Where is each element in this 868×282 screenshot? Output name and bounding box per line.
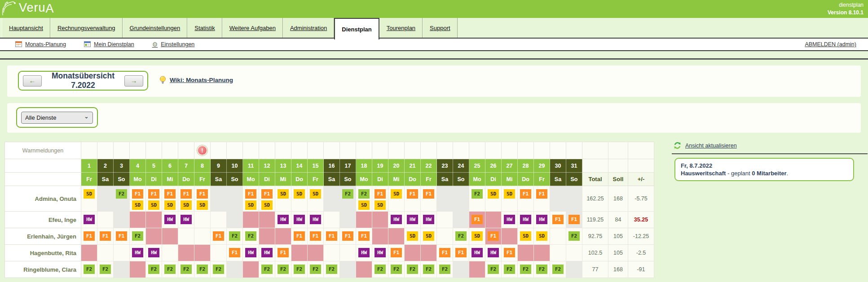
day-cell[interactable]: HW xyxy=(162,212,178,228)
day-cell[interactable]: HW xyxy=(259,245,275,261)
day-cell[interactable]: HW xyxy=(243,245,259,261)
day-cell[interactable]: F1 xyxy=(227,245,243,261)
day-cell[interactable]: F2 xyxy=(243,228,259,245)
day-cell[interactable] xyxy=(550,186,566,212)
day-cell[interactable]: SD xyxy=(388,186,405,212)
day-cell[interactable] xyxy=(453,186,469,212)
day-cell[interactable] xyxy=(437,228,453,245)
day-cell[interactable]: F1 xyxy=(388,245,405,261)
tab-support[interactable]: Support xyxy=(423,18,458,38)
day-cell[interactable]: F2 xyxy=(130,228,146,245)
subnav-link-einstellungen[interactable]: ⚙Einstellungen xyxy=(152,41,195,48)
day-cell[interactable] xyxy=(243,261,259,278)
day-cell[interactable]: HW xyxy=(356,245,372,261)
tab-tourenplan[interactable]: Tourenplan xyxy=(379,18,423,38)
day-cell[interactable]: HW xyxy=(405,212,421,228)
day-cell[interactable]: F1SD xyxy=(178,186,194,212)
day-cell[interactable]: F2 xyxy=(534,261,550,278)
day-cell[interactable]: SD xyxy=(275,186,291,212)
day-cell[interactable] xyxy=(324,212,340,228)
day-cell[interactable]: F2 xyxy=(518,261,534,278)
day-cell[interactable] xyxy=(372,212,388,228)
day-cell[interactable] xyxy=(356,261,372,278)
day-cell[interactable]: F2 xyxy=(372,261,388,278)
service-filter-select[interactable]: Alle Dienste xyxy=(21,112,93,124)
day-cell[interactable]: F2 xyxy=(324,261,340,278)
day-cell[interactable]: F2 xyxy=(146,261,162,278)
day-cell[interactable] xyxy=(259,228,275,245)
day-cell[interactable]: F2 xyxy=(485,261,502,278)
day-cell[interactable] xyxy=(566,261,582,278)
day-cell[interactable] xyxy=(130,212,146,228)
day-cell[interactable]: F1 xyxy=(534,186,550,212)
wiki-link[interactable]: Wiki: Monats-Planung xyxy=(170,77,233,83)
day-cell[interactable]: F2 xyxy=(453,228,469,245)
day-cell[interactable]: SD xyxy=(518,228,534,245)
day-cell[interactable] xyxy=(453,212,469,228)
tab-weitere-aufgaben[interactable]: Weitere Aufgaben xyxy=(222,18,283,38)
day-cell[interactable]: F2 xyxy=(97,261,114,278)
day-cell[interactable] xyxy=(194,212,211,228)
day-cell[interactable]: HW xyxy=(518,212,534,228)
day-cell[interactable]: F1 xyxy=(211,228,227,245)
day-cell[interactable] xyxy=(130,261,146,278)
day-cell[interactable]: SD xyxy=(502,186,518,212)
day-cell[interactable]: SD xyxy=(485,186,502,212)
day-cell[interactable] xyxy=(421,245,437,261)
day-cell[interactable]: F1SD xyxy=(194,186,211,212)
day-cell[interactable]: HW xyxy=(388,212,405,228)
day-cell[interactable] xyxy=(211,186,227,212)
day-cell[interactable]: HW xyxy=(130,245,146,261)
tab-administration[interactable]: Administration xyxy=(283,18,334,38)
day-cell[interactable]: HW xyxy=(421,212,437,228)
day-cell[interactable]: F1 xyxy=(324,228,340,245)
day-cell[interactable]: F1 xyxy=(550,212,566,228)
day-cell[interactable] xyxy=(97,245,114,261)
day-cell[interactable]: HW xyxy=(146,245,162,261)
day-cell[interactable] xyxy=(340,261,356,278)
day-cell[interactable] xyxy=(114,261,130,278)
day-cell[interactable]: F2 xyxy=(291,261,308,278)
day-cell[interactable]: F2 xyxy=(308,261,324,278)
day-cell[interactable]: SD xyxy=(308,186,324,212)
next-month-button[interactable]: → xyxy=(124,75,143,87)
day-cell[interactable]: HW xyxy=(534,212,550,228)
day-cell[interactable]: F1 xyxy=(291,228,308,245)
day-cell[interactable] xyxy=(227,212,243,228)
day-cell[interactable] xyxy=(178,245,194,261)
day-cell[interactable]: F1SD xyxy=(259,186,275,212)
tab-statistik[interactable]: Statistik xyxy=(187,18,222,38)
day-cell[interactable]: F1 xyxy=(485,228,502,245)
day-cell[interactable]: F2 xyxy=(502,261,518,278)
day-cell[interactable]: HW xyxy=(178,212,194,228)
day-cell[interactable] xyxy=(227,261,243,278)
day-cell[interactable]: F2 xyxy=(388,261,405,278)
day-cell[interactable] xyxy=(308,245,324,261)
day-cell[interactable] xyxy=(340,245,356,261)
day-cell[interactable]: HW xyxy=(308,212,324,228)
day-cell[interactable]: HW xyxy=(485,245,502,261)
day-cell[interactable] xyxy=(453,261,469,278)
tab-grundeinstellungen[interactable]: Grundeinstellungen xyxy=(123,18,188,38)
day-cell[interactable]: F1 xyxy=(421,186,437,212)
day-cell[interactable] xyxy=(550,228,566,245)
day-cell[interactable]: SD xyxy=(469,228,485,245)
day-cell[interactable]: F1SD xyxy=(146,186,162,212)
day-cell[interactable]: F1 xyxy=(340,228,356,245)
day-cell[interactable] xyxy=(324,186,340,212)
day-cell[interactable]: F1 xyxy=(114,228,130,245)
day-cell[interactable]: F2 xyxy=(114,186,130,212)
day-cell[interactable] xyxy=(211,212,227,228)
day-cell[interactable]: SD xyxy=(291,186,308,212)
day-cell[interactable]: HW xyxy=(469,245,485,261)
day-cell[interactable]: F2 xyxy=(340,186,356,212)
day-cell[interactable] xyxy=(356,212,372,228)
day-cell[interactable] xyxy=(275,228,291,245)
day-cell[interactable]: F1 xyxy=(308,228,324,245)
day-cell[interactable] xyxy=(114,245,130,261)
day-cell[interactable] xyxy=(97,212,114,228)
day-cell[interactable]: F1SD xyxy=(372,186,388,212)
day-cell[interactable]: HW xyxy=(275,212,291,228)
day-cell[interactable]: F2 xyxy=(469,186,485,212)
warning-icon[interactable]: ! xyxy=(197,145,207,156)
